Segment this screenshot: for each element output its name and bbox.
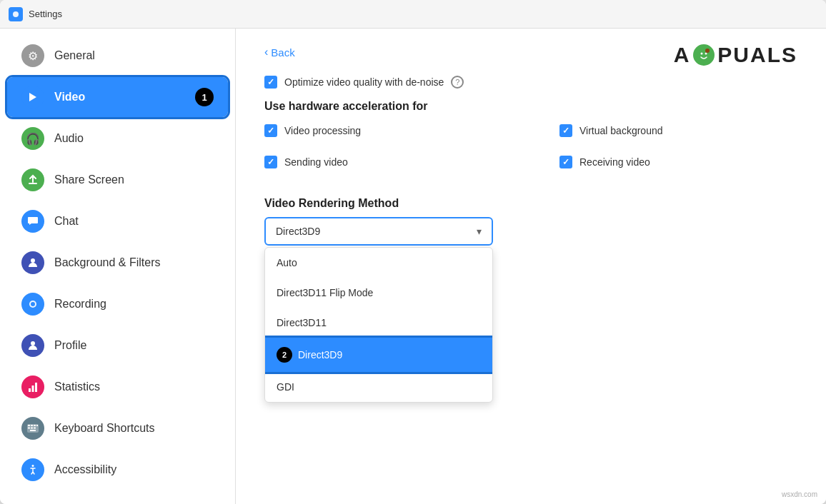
hardware-section-title: Use hardware acceleration for xyxy=(264,100,797,113)
share-screen-icon xyxy=(21,168,44,191)
svg-rect-14 xyxy=(34,425,36,426)
dropdown-item-gdi[interactable]: GDI xyxy=(265,372,492,402)
svg-rect-8 xyxy=(29,388,31,392)
sidebar-label-share-screen: Share Screen xyxy=(54,173,124,186)
rendering-section: Video Rendering Method Direct3D9 ▾ Auto … xyxy=(264,197,797,403)
dropdown-item-direct3d11[interactable]: Direct3D11 xyxy=(265,308,492,338)
settings-window: Settings ⚙ General Video 1 🎧 xyxy=(0,0,826,504)
svg-point-1 xyxy=(13,11,19,17)
sidebar-item-recording[interactable]: Recording xyxy=(7,284,228,324)
sidebar-item-background-filters[interactable]: Background & Filters xyxy=(7,243,228,283)
svg-point-22 xyxy=(701,53,703,55)
step-2-badge: 2 xyxy=(277,347,292,363)
logo-puals: PUALS xyxy=(717,43,797,67)
sidebar-label-general: General xyxy=(54,49,95,62)
sidebar-label-audio: Audio xyxy=(54,132,84,145)
svg-rect-16 xyxy=(28,428,30,429)
svg-rect-9 xyxy=(32,385,34,392)
dropdown-item-auto[interactable]: Auto xyxy=(265,248,492,278)
sidebar-label-chat: Chat xyxy=(54,215,79,228)
svg-point-6 xyxy=(31,302,35,306)
sidebar-item-keyboard-shortcuts[interactable]: Keyboard Shortcuts xyxy=(7,408,228,448)
optimize-label: Optimize video quality with de-noise xyxy=(284,76,444,88)
hardware-grid: Video processing Virtual background Send… xyxy=(264,124,797,180)
titlebar: Settings xyxy=(0,0,826,29)
svg-point-23 xyxy=(705,53,707,55)
gdi-label: GDI xyxy=(277,381,294,393)
sidebar-label-background: Background & Filters xyxy=(54,256,161,269)
sidebar-item-audio[interactable]: 🎧 Audio xyxy=(7,119,228,158)
sidebar-item-video[interactable]: Video 1 xyxy=(7,77,228,117)
sidebar-label-recording: Recording xyxy=(54,298,106,311)
sidebar-label-video: Video xyxy=(54,91,85,104)
dropdown-item-direct3d9[interactable]: 2 Direct3D9 xyxy=(265,338,492,372)
sidebar-item-profile[interactable]: Profile xyxy=(7,326,228,366)
sidebar-label-accessibility: Accessibility xyxy=(54,463,116,476)
video-processing-label: Video processing xyxy=(284,125,361,136)
window-title: Settings xyxy=(29,9,62,19)
chat-icon xyxy=(21,210,44,233)
optimize-checkbox[interactable] xyxy=(264,76,277,89)
virtual-background-checkbox[interactable] xyxy=(559,124,572,137)
hardware-section: Use hardware acceleration for Video proc… xyxy=(264,100,797,180)
app-icon xyxy=(9,7,23,21)
rendering-label: Video Rendering Method xyxy=(264,197,797,210)
dropdown-selected-value: Direct3D9 xyxy=(276,226,320,237)
watermark: wsxdn.com xyxy=(782,490,817,498)
sidebar-item-accessibility[interactable]: Accessibility xyxy=(7,450,228,490)
direct3d9-label: Direct3D9 xyxy=(298,349,342,361)
sidebar-label-profile: Profile xyxy=(54,339,86,352)
direct3d11-label: Direct3D11 xyxy=(277,317,327,328)
sidebar-item-general[interactable]: ⚙ General xyxy=(7,36,228,76)
auto-option-label: Auto xyxy=(277,257,297,268)
background-icon xyxy=(21,251,44,274)
keyboard-icon xyxy=(21,417,44,440)
sidebar-label-statistics: Statistics xyxy=(54,380,100,393)
svg-point-20 xyxy=(32,465,34,467)
logo: A PUALS xyxy=(674,43,797,67)
svg-point-7 xyxy=(31,341,35,346)
direct3d11-flip-label: Direct3D11 Flip Mode xyxy=(277,287,373,298)
sending-video-checkbox[interactable] xyxy=(264,156,277,168)
profile-icon xyxy=(21,334,44,357)
video-processing-row: Video processing xyxy=(264,124,502,137)
svg-rect-12 xyxy=(28,425,30,426)
sidebar-item-statistics[interactable]: Statistics xyxy=(7,367,228,407)
receiving-video-label: Receiving video xyxy=(579,156,650,168)
rendering-dropdown-menu: Auto Direct3D11 Flip Mode Direct3D11 2 D… xyxy=(264,247,493,403)
virtual-background-label: Virtual background xyxy=(579,125,662,136)
sidebar-item-chat[interactable]: Chat xyxy=(7,201,228,241)
direct3d9-row: 2 Direct3D9 xyxy=(277,347,481,363)
sending-video-label: Sending video xyxy=(284,156,348,168)
sending-video-row: Sending video xyxy=(264,156,502,168)
optimize-checkbox-row: Optimize video quality with de-noise ? xyxy=(264,76,797,89)
logo-a: A xyxy=(674,43,691,67)
receiving-video-checkbox[interactable] xyxy=(559,156,572,168)
sidebar: ⚙ General Video 1 🎧 Audio xyxy=(0,29,236,504)
back-chevron-icon: ‹ xyxy=(264,46,268,59)
back-label: Back xyxy=(271,46,294,59)
video-processing-checkbox[interactable] xyxy=(264,124,277,137)
help-icon[interactable]: ? xyxy=(451,76,464,89)
sidebar-label-keyboard: Keyboard Shortcuts xyxy=(54,422,155,435)
chevron-down-icon: ▾ xyxy=(477,226,482,237)
content-area: ⚙ General Video 1 🎧 Audio xyxy=(0,29,826,504)
sidebar-item-share-screen[interactable]: Share Screen xyxy=(7,160,228,200)
svg-rect-3 xyxy=(29,183,37,184)
statistics-icon xyxy=(21,376,44,398)
recording-icon xyxy=(21,293,44,316)
svg-rect-15 xyxy=(36,425,38,426)
svg-point-4 xyxy=(31,258,35,263)
rendering-dropdown[interactable]: Direct3D9 ▾ xyxy=(264,217,493,246)
dropdown-item-direct3d11-flip[interactable]: Direct3D11 Flip Mode xyxy=(265,278,492,308)
virtual-background-row: Virtual background xyxy=(559,124,797,137)
logo-face-icon xyxy=(693,44,715,66)
audio-icon: 🎧 xyxy=(21,127,44,150)
svg-rect-10 xyxy=(35,383,37,392)
svg-rect-18 xyxy=(34,428,36,429)
receiving-video-row: Receiving video xyxy=(559,156,797,168)
main-content: A PUALS ‹ xyxy=(236,29,826,504)
svg-rect-19 xyxy=(30,430,36,431)
step-1-badge: 1 xyxy=(195,88,214,106)
svg-rect-13 xyxy=(31,425,33,426)
